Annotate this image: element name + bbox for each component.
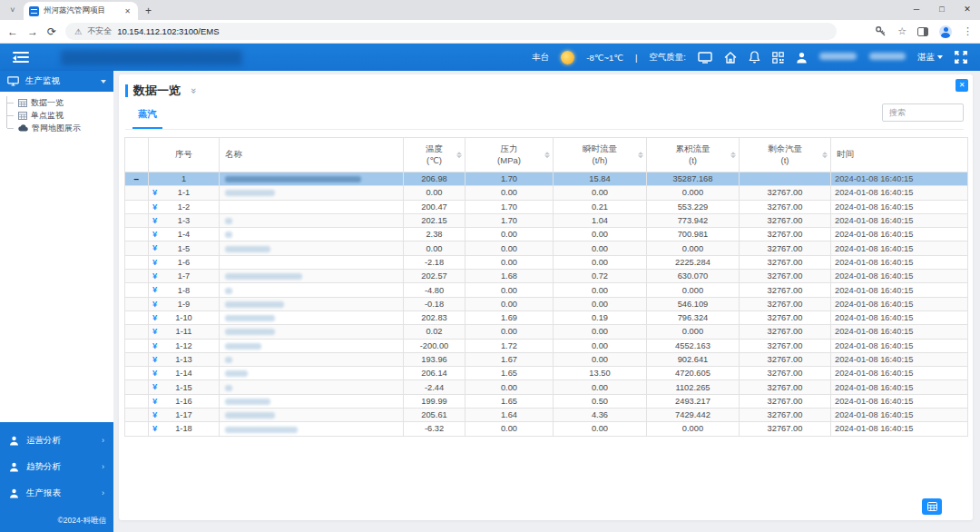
collapse-row-icon[interactable]: −	[134, 174, 140, 184]
sidebar-item-trend-analysis[interactable]: 趋势分析 ›	[0, 456, 113, 478]
double-chevron-down-icon[interactable]: »	[189, 88, 200, 94]
sort-icon[interactable]	[638, 152, 643, 159]
panel-close-icon[interactable]: ✕	[956, 79, 968, 92]
cell-cumulative-flow: 1102.265	[647, 380, 740, 394]
sidebar-item-pipe-network-map[interactable]: 管网地图展示	[6, 122, 113, 134]
table-row[interactable]: ¥1-42.380.000.00700.98132767.002024-01-0…	[125, 228, 968, 241]
table-row[interactable]: ¥1-17205.611.644.367429.44232767.002024-…	[125, 409, 968, 422]
table-row[interactable]: ¥1-7202.571.680.72630.07032767.002024-01…	[125, 270, 968, 283]
cell-pressure: 1.65	[466, 394, 554, 408]
table-view-button[interactable]	[922, 498, 942, 515]
person-icon	[9, 488, 19, 498]
table-row[interactable]: ¥1-110.020.000.000.00032767.002024-01-08…	[125, 325, 968, 339]
row-seq: 1-16	[175, 397, 192, 406]
redacted-name	[225, 427, 298, 433]
table-row[interactable]: −1206.981.7015.8435287.1682024-01-08 16:…	[125, 172, 968, 186]
notification-bell-icon[interactable]	[749, 51, 760, 64]
cell-remaining-steam: 32767.00	[740, 310, 831, 324]
cell-cumulative-flow: 0.000	[647, 186, 740, 200]
row-name	[220, 200, 404, 213]
cell-temperature: 0.00	[404, 186, 466, 200]
maximize-icon[interactable]: □	[929, 0, 955, 20]
new-tab-button[interactable]: +	[145, 5, 152, 17]
cell-pressure: 0.00	[466, 241, 554, 255]
cell-timestamp: 2024-01-08 16:40:15	[831, 422, 968, 436]
col-temperature[interactable]: 温度(℃)	[404, 138, 466, 172]
row-seq: 1-9	[178, 300, 190, 309]
table-row[interactable]: ¥1-9-0.180.000.00546.10932767.002024-01-…	[125, 297, 968, 310]
sidebar-tree: 数据一览 单点监视 管网地图展示	[0, 92, 113, 134]
minimize-icon[interactable]: ─	[904, 0, 929, 20]
tab-search-icon[interactable]: ˅	[4, 2, 22, 18]
sidebar-item-label: 生产监视	[25, 75, 60, 87]
table-row[interactable]: ¥1-15-2.440.000.001102.26532767.002024-0…	[125, 380, 968, 394]
table-row[interactable]: ¥1-13193.961.670.00902.64132767.002024-0…	[125, 352, 968, 366]
redacted-name	[225, 218, 232, 224]
table-row[interactable]: ¥1-18-6.320.000.000.00032767.002024-01-0…	[125, 422, 968, 436]
col-name: 名称	[220, 138, 404, 172]
side-panel-icon[interactable]	[917, 27, 928, 36]
fullscreen-icon[interactable]	[955, 51, 967, 64]
table-row[interactable]: ¥1-8-4.800.000.000.00032767.002024-01-08…	[125, 283, 968, 297]
col-remaining-steam[interactable]: 剩余汽量(t)	[740, 138, 831, 172]
bookmark-star-icon[interactable]: ☆	[897, 25, 906, 37]
cell-temperature: 206.98	[404, 172, 466, 186]
address-bar[interactable]: ⚠ 不安全 10.154.112.102:3100/EMS	[65, 23, 837, 40]
collapse-sidebar-icon[interactable]	[13, 52, 29, 64]
cell-timestamp: 2024-01-08 16:40:15	[831, 228, 968, 241]
sidebar-item-production-monitoring[interactable]: 生产监视	[0, 71, 113, 92]
user-icon[interactable]	[796, 52, 808, 64]
tab-steam[interactable]: 蒸汽	[132, 108, 162, 129]
sort-icon[interactable]	[822, 152, 828, 159]
search-input[interactable]	[882, 103, 964, 122]
table-row[interactable]: ¥1-50.000.000.000.00032767.002024-01-08 …	[125, 241, 968, 255]
sidebar-item-data-overview[interactable]: 数据一览	[6, 96, 113, 109]
tab-close-icon[interactable]: ✕	[122, 7, 132, 15]
table-row[interactable]: ¥1-10202.831.690.19796.32432767.002024-0…	[125, 310, 968, 324]
sidebar-item-production-report[interactable]: 生产报表 ›	[0, 482, 113, 504]
password-key-icon[interactable]	[875, 25, 887, 37]
table-row[interactable]: ¥1-10.000.000.000.00032767.002024-01-08 …	[125, 186, 968, 200]
browser-tab[interactable]: 州河蒸汽管网项目 ✕	[24, 2, 138, 20]
cell-remaining-steam: 32767.00	[740, 409, 831, 422]
back-icon[interactable]: ←	[7, 25, 18, 38]
redacted-name	[225, 329, 275, 335]
forward-icon[interactable]: →	[27, 25, 38, 38]
cell-timestamp: 2024-01-08 16:40:15	[831, 394, 968, 408]
col-seq: 序号	[149, 138, 220, 172]
table-header-row: 序号 名称 温度(℃) 压力(MPa) 瞬时流量(t/h) 累积流量(t) 剩余…	[125, 138, 968, 172]
cell-cumulative-flow: 2493.217	[647, 394, 740, 408]
cell-instant-flow: 0.00	[554, 241, 647, 255]
close-window-icon[interactable]: ✕	[955, 0, 980, 20]
sort-icon[interactable]	[730, 152, 736, 159]
table-row[interactable]: ¥1-12-200.001.720.004552.16332767.002024…	[125, 339, 968, 352]
not-secure-icon[interactable]: ⚠	[74, 27, 82, 36]
data-panel: ✕ 数据一览 » 蒸汽 序号	[119, 74, 973, 520]
cell-temperature: 2.38	[404, 228, 466, 241]
theme-selector[interactable]: 湛蓝	[917, 52, 943, 64]
table-row[interactable]: ¥1-16199.991.650.502493.21732767.002024-…	[125, 394, 968, 408]
table-row[interactable]: ¥1-3202.151.701.04773.94232767.002024-01…	[125, 213, 968, 227]
tree-branch	[6, 122, 15, 128]
cell-remaining-steam: 32767.00	[740, 339, 831, 352]
refresh-icon[interactable]: ⟳	[47, 25, 56, 38]
sidebar-item-operations-analysis[interactable]: 运营分析 ›	[0, 429, 113, 451]
browser-menu-icon[interactable]: ⋮	[963, 25, 973, 37]
col-cumulative-flow[interactable]: 累积流量(t)	[647, 138, 740, 172]
panel-header: 数据一览 »	[119, 74, 973, 101]
cell-pressure: 1.70	[466, 213, 554, 227]
col-pressure[interactable]: 压力(MPa)	[466, 138, 554, 172]
table-row[interactable]: ¥1-2200.471.700.21553.22932767.002024-01…	[125, 200, 968, 213]
sort-icon[interactable]	[456, 152, 462, 159]
home-icon[interactable]	[724, 52, 737, 64]
qr-code-icon[interactable]	[772, 52, 784, 64]
not-secure-label: 不安全	[87, 25, 112, 37]
sort-icon[interactable]	[544, 152, 550, 159]
monitor-icon[interactable]	[698, 52, 712, 64]
table-row[interactable]: ¥1-6-2.180.000.002225.28432767.002024-01…	[125, 255, 968, 269]
profile-avatar-icon[interactable]	[939, 25, 952, 38]
sidebar-item-single-point[interactable]: 单点监视	[6, 109, 113, 122]
table-row[interactable]: ¥1-14206.141.6513.504720.60532767.002024…	[125, 367, 968, 380]
col-instant-flow[interactable]: 瞬时流量(t/h)	[554, 138, 647, 172]
temperature-label: -8℃~1℃	[586, 53, 623, 63]
